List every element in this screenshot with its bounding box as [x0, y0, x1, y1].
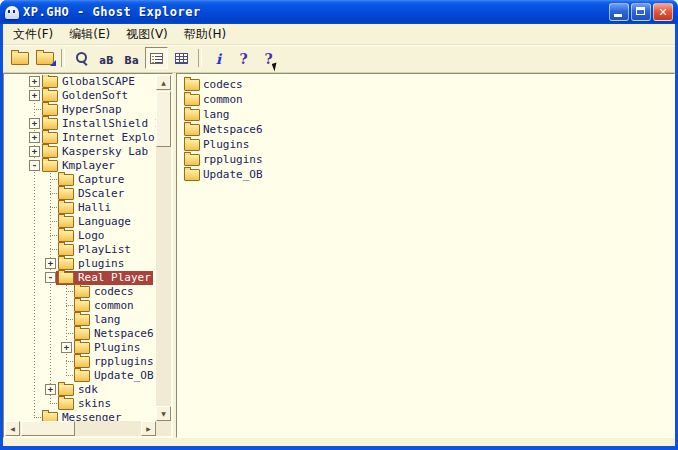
- tree-node[interactable]: Plugins: [72, 341, 142, 355]
- list-item[interactable]: lang: [177, 107, 674, 122]
- tree-vertical-scrollbar[interactable]: [156, 75, 171, 421]
- tree-item[interactable]: +GoldenSoft: [5, 89, 156, 103]
- tree-item[interactable]: skins: [5, 397, 156, 411]
- list-item[interactable]: Netspace6: [177, 122, 674, 137]
- horizontal-scroll-thumb[interactable]: [21, 421, 75, 436]
- tree-item[interactable]: Update_OB: [5, 369, 156, 383]
- tree-item[interactable]: -Real Player: [5, 271, 156, 285]
- titlebar[interactable]: XP.GHO - Ghost Explorer: [0, 0, 678, 24]
- close-button[interactable]: [653, 3, 673, 21]
- folder-icon: [42, 412, 58, 421]
- tree-item[interactable]: +GlobalSCAPE: [5, 75, 156, 89]
- open-image-button[interactable]: [8, 47, 31, 69]
- tree-item[interactable]: lang: [5, 313, 156, 327]
- expand-icon[interactable]: +: [29, 76, 40, 87]
- tree-item[interactable]: DScaler: [5, 187, 156, 201]
- tree-node[interactable]: skins: [56, 397, 113, 411]
- expand-icon[interactable]: +: [29, 132, 40, 143]
- tree-node[interactable]: common: [72, 299, 136, 313]
- tree-node[interactable]: Capture: [56, 173, 126, 187]
- list-item[interactable]: Plugins: [177, 137, 674, 152]
- list-item[interactable]: Update_OB: [177, 167, 674, 182]
- tree-node[interactable]: Messenger: [40, 411, 124, 421]
- scroll-down-button[interactable]: [156, 406, 171, 421]
- folder-icon: [42, 160, 58, 172]
- tree-item[interactable]: codecs: [5, 285, 156, 299]
- tree-item[interactable]: +sdk: [5, 383, 156, 397]
- tree-item[interactable]: HyperSnap: [5, 103, 156, 117]
- tree-node[interactable]: Kmplayer: [40, 159, 117, 173]
- tree-item[interactable]: Halli: [5, 201, 156, 215]
- tree-node[interactable]: DScaler: [56, 187, 126, 201]
- tree-node[interactable]: sdk: [56, 383, 100, 397]
- expand-icon[interactable]: +: [29, 90, 40, 101]
- menu-item-1[interactable]: 编辑(E): [61, 25, 118, 43]
- minimize-button[interactable]: [609, 3, 629, 21]
- menu-item-0[interactable]: 文件(F): [5, 25, 61, 43]
- tree-node[interactable]: lang: [72, 313, 123, 327]
- tree-connector: [45, 243, 56, 257]
- scroll-right-button[interactable]: [141, 421, 156, 436]
- tree-item[interactable]: +Plugins: [5, 341, 156, 355]
- expand-icon[interactable]: +: [45, 384, 56, 395]
- expand-icon[interactable]: +: [29, 146, 40, 157]
- menu-item-2[interactable]: 视图(V): [118, 25, 176, 43]
- expand-icon[interactable]: +: [61, 342, 72, 353]
- tree-item[interactable]: +Kaspersky Lab: [5, 145, 156, 159]
- menu-item-3[interactable]: 帮助(H): [176, 25, 234, 43]
- tree-node[interactable]: Internet Explor: [40, 131, 156, 145]
- list-item[interactable]: codecs: [177, 77, 674, 92]
- context-help-button[interactable]: [257, 47, 280, 69]
- tree-node[interactable]: Halli: [56, 201, 113, 215]
- vertical-scroll-thumb[interactable]: [156, 91, 171, 147]
- tree-item[interactable]: Messenger: [5, 411, 156, 421]
- list-view-button[interactable]: [170, 47, 193, 69]
- tree-item[interactable]: +Internet Explor: [5, 131, 156, 145]
- tree-item[interactable]: PlayList: [5, 243, 156, 257]
- folder-icon: [184, 79, 200, 91]
- tree-node[interactable]: Kaspersky Lab: [40, 145, 150, 159]
- tree-item[interactable]: Capture: [5, 173, 156, 187]
- tree-item[interactable]: rpplugins: [5, 355, 156, 369]
- tree-node[interactable]: plugins: [56, 257, 126, 271]
- collapse-icon[interactable]: -: [29, 160, 40, 171]
- tree-item[interactable]: +plugins: [5, 257, 156, 271]
- scroll-up-button[interactable]: [156, 75, 171, 90]
- tree-node[interactable]: codecs: [72, 285, 136, 299]
- tree-node[interactable]: InstallShield I: [40, 117, 156, 131]
- expand-icon[interactable]: +: [29, 118, 40, 129]
- tree-node[interactable]: Logo: [56, 229, 107, 243]
- scroll-left-button[interactable]: [5, 421, 20, 436]
- tree-item[interactable]: Netspace6: [5, 327, 156, 341]
- tree-node[interactable]: GlobalSCAPE: [40, 75, 137, 89]
- tree-node[interactable]: Netspace6: [72, 327, 156, 341]
- find-button[interactable]: [70, 47, 93, 69]
- tree-item[interactable]: Language: [5, 215, 156, 229]
- help-button[interactable]: [232, 47, 255, 69]
- properties-button[interactable]: [207, 47, 230, 69]
- tree-node[interactable]: HyperSnap: [40, 103, 124, 117]
- tree-item[interactable]: common: [5, 299, 156, 313]
- details-view-button[interactable]: [145, 47, 168, 69]
- maximize-button[interactable]: [631, 3, 651, 21]
- tree-node-selected[interactable]: Real Player: [56, 271, 153, 285]
- expand-icon[interactable]: +: [45, 258, 56, 269]
- collapse-icon[interactable]: -: [45, 272, 56, 283]
- sort-by-name-button[interactable]: [95, 47, 118, 69]
- tree-item[interactable]: -Kmplayer: [5, 159, 156, 173]
- tree-node[interactable]: PlayList: [56, 243, 133, 257]
- restore-button[interactable]: [33, 47, 56, 69]
- tree-node[interactable]: rpplugins: [72, 355, 156, 369]
- details-view-icon: [150, 53, 163, 64]
- list-item[interactable]: rpplugins: [177, 152, 674, 167]
- tree-item[interactable]: Logo: [5, 229, 156, 243]
- folder-icon: [42, 90, 58, 102]
- tree-item[interactable]: +InstallShield I: [5, 117, 156, 131]
- tree-node[interactable]: Update_OB: [72, 369, 156, 383]
- tree-node[interactable]: GoldenSoft: [40, 89, 130, 103]
- list-item[interactable]: common: [177, 92, 674, 107]
- sort-by-type-button[interactable]: [120, 47, 143, 69]
- tree-node[interactable]: Language: [56, 215, 133, 229]
- tree-item-label: common: [93, 299, 134, 313]
- tree-horizontal-scrollbar[interactable]: [5, 421, 156, 436]
